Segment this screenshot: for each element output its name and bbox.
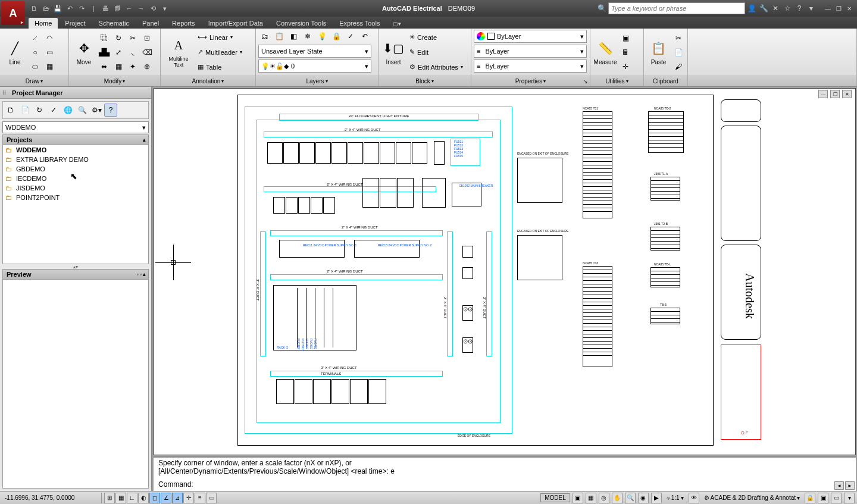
move-button[interactable]: ✥ Move: [71, 31, 96, 74]
pm-preview-header[interactable]: Preview▫▫▴: [2, 269, 149, 280]
pm-refresh-icon[interactable]: ↻: [33, 104, 46, 117]
pm-settings-icon[interactable]: ⚙▾: [90, 104, 103, 117]
ducs-button[interactable]: ⊿: [172, 493, 183, 503]
favorite-icon[interactable]: ☆: [782, 3, 793, 14]
qp-button[interactable]: ▭: [206, 493, 217, 503]
anno-vis-icon[interactable]: 👁: [689, 493, 699, 503]
tab-home[interactable]: Home: [29, 18, 58, 29]
pm-item-extra[interactable]: EXTRA LIBRARY DEMO: [3, 155, 148, 164]
panel-utilities-title[interactable]: Utilities▾: [590, 76, 643, 86]
otrack-button[interactable]: ∠: [161, 493, 171, 503]
hatch-icon[interactable]: ▦: [43, 60, 56, 73]
workspace-switcher[interactable]: ⚙ACADE & 2D Drafting & Annotat▾: [702, 494, 802, 501]
panel-draw-title[interactable]: Draw▾: [0, 76, 68, 86]
sb-clean-icon[interactable]: ▭: [831, 493, 842, 503]
offset-icon[interactable]: ⊡: [140, 32, 154, 45]
comm-icon[interactable]: 🔧: [758, 3, 769, 14]
sb-wheel-icon[interactable]: ◉: [638, 493, 649, 503]
tab-reports[interactable]: Reports: [166, 18, 201, 29]
mtext-button[interactable]: A MultilineText: [163, 31, 194, 74]
help-dropdown-icon[interactable]: ▾: [806, 3, 817, 14]
polyline-icon[interactable]: ⟋: [29, 32, 42, 45]
insert-button[interactable]: ⬇▢ Insert: [381, 31, 406, 74]
linear-dim-button[interactable]: ⟷Linear▾: [195, 31, 245, 44]
infocenter-icon[interactable]: 👤: [746, 3, 757, 14]
trim-icon[interactable]: ✂: [126, 32, 139, 45]
minimize-button[interactable]: —: [822, 4, 833, 13]
cut-icon[interactable]: ✂: [672, 32, 685, 45]
tab-project[interactable]: Project: [59, 18, 91, 29]
sb-nav-icon[interactable]: ◎: [599, 493, 609, 503]
open-icon[interactable]: 🗁: [40, 3, 51, 14]
snap-button[interactable]: ⊞: [104, 493, 115, 503]
pm-project-select[interactable]: WDDEMO▾: [2, 121, 149, 133]
cmd-scroll-right[interactable]: ►: [845, 481, 855, 490]
mdi-close-button[interactable]: ✕: [842, 90, 852, 98]
edit-block-button[interactable]: ✎Edit: [407, 46, 465, 59]
undo-icon[interactable]: ↶: [64, 3, 75, 14]
anno-scale[interactable]: ⟐ 1:1▾: [664, 494, 686, 501]
panel-layers-title[interactable]: Layers▾: [256, 76, 378, 86]
point-icon[interactable]: ✛: [619, 60, 632, 73]
lineweight-dropdown[interactable]: ≡ByLayer▾: [474, 45, 587, 58]
pm-new-dwg-icon[interactable]: 📄: [18, 104, 32, 117]
dyn-button[interactable]: ✛: [183, 493, 194, 503]
ortho-button[interactable]: ∟: [127, 493, 137, 503]
tab-conversion[interactable]: Conversion Tools: [270, 18, 332, 29]
maximize-button[interactable]: ❐: [833, 4, 844, 13]
tab-express[interactable]: Express Tools: [333, 18, 386, 29]
sb-hw-icon[interactable]: ▣: [818, 493, 828, 503]
array-icon[interactable]: ▦: [112, 60, 125, 73]
search-input[interactable]: [608, 2, 745, 14]
refresh-icon[interactable]: ⟲: [148, 3, 158, 14]
exchange-icon[interactable]: ✕: [770, 3, 781, 14]
layer-freeze-icon[interactable]: ❄: [301, 30, 314, 43]
layer-current-dropdown[interactable]: 💡☀🔓◆0▾: [258, 60, 371, 73]
mdi-restore-button[interactable]: ❐: [830, 90, 840, 98]
status-coordinates[interactable]: -11.6996, 31.4775, 0.0000: [0, 494, 101, 501]
copy-icon[interactable]: ⿻: [98, 32, 111, 45]
pm-tree[interactable]: WDDEMO EXTRA LIBRARY DEMO GBDEMO IECDEMO…: [2, 145, 149, 264]
new-icon[interactable]: 🗋: [29, 3, 39, 14]
rotate-icon[interactable]: ↻: [112, 32, 125, 45]
explode-icon[interactable]: ✦: [126, 60, 139, 73]
pm-new-icon[interactable]: 🗋: [4, 104, 17, 117]
pm-item-wddemo[interactable]: WDDEMO: [3, 145, 148, 155]
calc-icon[interactable]: 🖩: [619, 46, 632, 59]
layer-state-dropdown[interactable]: Unsaved Layer State▾: [258, 45, 371, 58]
layer-states-icon[interactable]: 📋: [273, 30, 286, 43]
layer-match-icon[interactable]: ✓: [344, 30, 357, 43]
sb-tray-icon[interactable]: ▾: [844, 493, 855, 503]
mirror-icon[interactable]: ▟▙: [98, 46, 111, 59]
arc-icon[interactable]: ◠: [43, 32, 56, 45]
layer-lock-icon[interactable]: 🔒: [330, 30, 343, 43]
qat-dropdown-icon[interactable]: ▾: [159, 3, 170, 14]
panel-properties-title[interactable]: Properties▾↘: [471, 76, 590, 86]
stretch-icon[interactable]: ⬌: [98, 60, 111, 73]
model-button[interactable]: MODEL: [540, 493, 570, 502]
multileader-button[interactable]: ↗Multileader▾: [195, 46, 245, 59]
join-icon[interactable]: ⊕: [140, 60, 154, 73]
line-button[interactable]: ╱ Line: [2, 31, 27, 74]
pm-item-p2p[interactable]: POINT2POINT: [3, 193, 148, 202]
sb-qv-icon[interactable]: ▦: [586, 493, 596, 503]
osnap-button[interactable]: ◻: [149, 493, 160, 503]
pm-task-icon[interactable]: ✓: [47, 104, 60, 117]
paste-button[interactable]: 📋 Paste: [646, 31, 671, 74]
layer-iso-icon[interactable]: ◧: [287, 30, 300, 43]
sb-lock-icon[interactable]: 🔒: [805, 493, 815, 503]
edit-attr-button[interactable]: ⚙Edit Attributes▾: [407, 61, 465, 74]
grid-button[interactable]: ▦: [115, 493, 126, 503]
panel-annotation-title[interactable]: Annotation▾: [161, 76, 255, 86]
select-icon[interactable]: ▣: [619, 32, 632, 45]
mdi-minimize-button[interactable]: —: [818, 90, 828, 98]
erase-icon[interactable]: ⌫: [140, 46, 154, 59]
fillet-icon[interactable]: ◟: [126, 46, 139, 59]
tab-schematic[interactable]: Schematic: [93, 18, 135, 29]
pm-publish-icon[interactable]: 🌐: [61, 104, 74, 117]
measure-button[interactable]: 📏 Measure: [593, 31, 618, 74]
panel-block-title[interactable]: Block▾: [379, 76, 471, 86]
pm-title[interactable]: Project Manager: [0, 87, 151, 99]
layer-off-icon[interactable]: 💡: [315, 30, 329, 43]
app-menu-button[interactable]: A: [1, 1, 25, 25]
